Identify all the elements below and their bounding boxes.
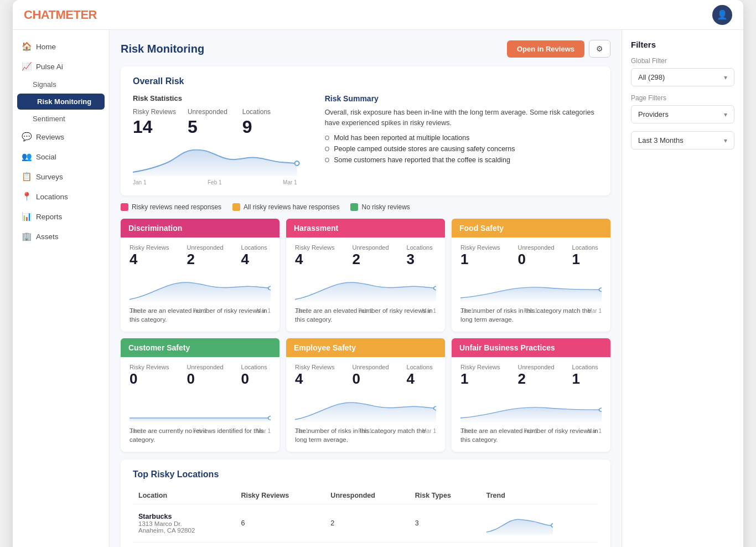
- category-card-employee-safety: Employee Safety Risky Reviews 4 Unrespon…: [286, 338, 445, 451]
- legend-dot-orange: [232, 203, 240, 211]
- cat-locations-value: 4: [241, 251, 267, 268]
- cat-unresponded: Unresponded 2: [518, 364, 555, 388]
- cat-locations-label: Locations: [572, 364, 598, 370]
- home-icon: 🏠: [22, 42, 32, 51]
- cat-risky-label: Risky Reviews: [460, 244, 500, 251]
- categories-grid: Discrimination Risky Reviews 4 Unrespond…: [121, 219, 610, 452]
- col-risky-reviews: Risky Reviews: [235, 487, 325, 504]
- cat-stats-row: Risky Reviews 1 Unresponded 0 Locations …: [460, 244, 602, 268]
- cat-unresponded-value: 2: [353, 251, 389, 268]
- pulse-icon: 📈: [22, 61, 32, 71]
- locations-value: 9: [242, 118, 297, 136]
- risk-stats-title: Risk Statistics: [133, 94, 297, 102]
- cat-unresponded-value: 0: [353, 370, 389, 388]
- cat-chart: Jan 1Feb 1Mar 1: [130, 271, 271, 302]
- location-risky-reviews: 6: [235, 504, 325, 542]
- cat-stats-row: Risky Reviews 4 Unresponded 0 Locations …: [295, 364, 436, 388]
- cat-description: There are currently no reviews identifie…: [130, 426, 271, 444]
- cat-chart: Jan 1Feb 1Mar 1: [460, 271, 602, 302]
- sidebar-item-locations[interactable]: 📍 Locations: [13, 187, 109, 207]
- cat-chart: Jan 1Feb 1Mar 1: [460, 391, 602, 422]
- cat-description: There are an elevated number of risky re…: [460, 426, 602, 444]
- category-title: Unfair Business Practices: [459, 343, 555, 352]
- sidebar-item-surveys[interactable]: 📋 Surveys: [13, 167, 109, 187]
- chevron-down-icon-2: ▾: [724, 111, 727, 118]
- risk-summary-title: Risk Summary: [325, 94, 598, 103]
- unresponded-value: 5: [188, 118, 242, 136]
- global-filter-dropdown[interactable]: All (298) ▾: [631, 68, 734, 86]
- risky-reviews-label: Risky Reviews: [133, 108, 188, 116]
- svg-point-3: [599, 288, 602, 291]
- cat-risky-label: Risky Reviews: [295, 364, 335, 370]
- providers-dropdown[interactable]: Providers ▾: [631, 105, 734, 123]
- cat-unresponded-label: Unresponded: [518, 364, 555, 370]
- risk-summary-col: Risk Summary Overall, risk exposure has …: [308, 94, 598, 185]
- cat-locations: Locations 0: [241, 364, 267, 388]
- sidebar-item-pulse[interactable]: 📈 Pulse Ai: [13, 56, 109, 76]
- col-trend: Trend: [481, 487, 598, 504]
- legend-item-needs-response: Risky reviews need responses: [121, 203, 221, 211]
- cat-locations-value: 3: [407, 251, 433, 268]
- cat-locations-label: Locations: [407, 244, 433, 251]
- cat-description: The number of risks in this category mat…: [460, 306, 602, 324]
- avatar-icon: 👤: [717, 9, 728, 20]
- risk-summary-intro: Overall, risk exposure has been in-line …: [325, 107, 598, 128]
- sidebar-item-reports[interactable]: 📊 Reports: [13, 207, 109, 226]
- cat-chart: Jan 1Feb 1Mar 1: [295, 271, 436, 302]
- cat-stats-row: Risky Reviews 0 Unresponded 0 Locations …: [130, 364, 271, 388]
- avatar-button[interactable]: 👤: [712, 5, 732, 25]
- location-trend-chart: [481, 504, 598, 542]
- category-card-customer-safety: Customer Safety Risky Reviews 0 Unrespon…: [121, 338, 279, 451]
- chevron-down-icon: ▾: [724, 74, 727, 81]
- cat-description: There are an elevated number of risky re…: [130, 306, 271, 324]
- cat-risky-reviews: Risky Reviews 4: [295, 244, 335, 268]
- cat-locations-value: 1: [572, 251, 598, 268]
- locations-table: Location Risky Reviews Unresponded Risk …: [133, 487, 598, 543]
- page-header: Risk Monitoring Open in Reviews ⚙: [121, 40, 610, 58]
- assets-icon: 🏢: [22, 231, 32, 241]
- location-unresponded: 2: [325, 504, 409, 542]
- cat-unresponded: Unresponded 0: [187, 364, 224, 388]
- sidebar-item-home[interactable]: 🏠 Home: [13, 37, 109, 56]
- sidebar-item-risk-monitoring[interactable]: Risk Monitoring: [17, 94, 105, 110]
- cat-locations-label: Locations: [241, 244, 267, 251]
- location-address: 1313 Marco Dr.: [138, 520, 230, 527]
- legend-label-all-responses: All risky reviews have responses: [244, 203, 339, 211]
- chevron-down-icon-3: ▾: [724, 137, 727, 145]
- location-risk-types: 3: [410, 504, 481, 542]
- sidebar-item-assets[interactable]: 🏢 Assets: [13, 226, 109, 246]
- cat-stats-row: Risky Reviews 4 Unresponded 2 Locations …: [130, 244, 271, 268]
- legend-item-all-responses: All risky reviews have responses: [232, 203, 339, 211]
- cat-locations-label: Locations: [241, 364, 267, 370]
- cat-locations-value: 0: [241, 370, 267, 388]
- sidebar-item-sentiment[interactable]: Sentiment: [13, 111, 109, 127]
- cat-unresponded-label: Unresponded: [353, 244, 389, 251]
- category-header: Unfair Business Practices: [452, 338, 610, 357]
- cat-risky-reviews: Risky Reviews 1: [460, 364, 500, 388]
- date-filter-dropdown[interactable]: Last 3 Months ▾: [631, 131, 734, 149]
- cat-unresponded-label: Unresponded: [187, 244, 224, 251]
- cat-chart: Jan 1Feb 1Mar 1: [130, 391, 271, 422]
- cat-risky-label: Risky Reviews: [130, 244, 169, 251]
- risk-bullet-3: Some customers have reported that the co…: [325, 156, 598, 164]
- overall-risk-title: Overall Risk: [133, 76, 598, 86]
- category-title: Food Safety: [459, 224, 504, 233]
- right-panel: Filters Global Filter All (298) ▾ Page F…: [622, 30, 743, 547]
- sidebar-label-reports: Reports: [36, 213, 62, 221]
- cat-risky-reviews: Risky Reviews 1: [460, 244, 500, 268]
- sidebar-label-social: Social: [36, 153, 56, 161]
- filter-icon-button[interactable]: ⚙: [589, 40, 610, 58]
- sidebar-item-social[interactable]: 👥 Social: [13, 147, 109, 167]
- svg-point-5: [434, 406, 436, 410]
- table-row: Starbucks 1313 Marco Dr. Anaheim, CA 928…: [133, 504, 598, 542]
- open-in-reviews-button[interactable]: Open in Reviews: [507, 40, 584, 58]
- cat-unresponded: Unresponded 0: [353, 364, 389, 388]
- sidebar-item-reviews[interactable]: 💬 Reviews: [13, 127, 109, 147]
- sidebar-item-signals[interactable]: Signals: [13, 76, 109, 92]
- svg-point-4: [268, 416, 271, 419]
- sidebar: 🏠 Home 📈 Pulse Ai Signals Risk Monitorin…: [13, 30, 110, 547]
- cat-unresponded-label: Unresponded: [353, 364, 389, 370]
- legend-item-no-risky: No risky reviews: [350, 203, 410, 211]
- category-card-unfair-business-practices: Unfair Business Practices Risky Reviews …: [452, 338, 610, 451]
- cat-risky-value: 1: [460, 370, 500, 388]
